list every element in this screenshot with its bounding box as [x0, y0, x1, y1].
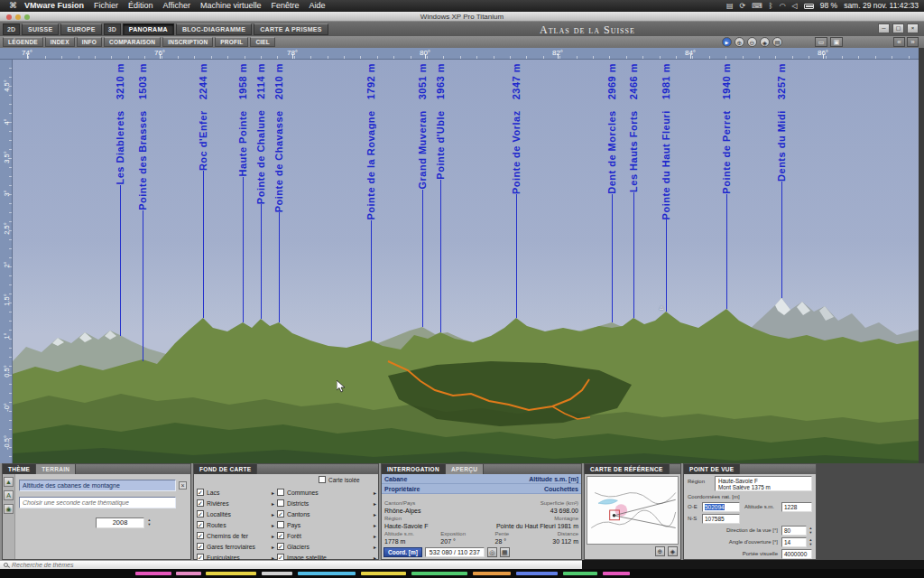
- pan-icon[interactable]: ◈: [760, 37, 770, 47]
- tab-fond-de-carte[interactable]: FOND DE CARTE: [194, 464, 257, 474]
- layer-options-icon[interactable]: ▸: [374, 533, 376, 539]
- grid-icon[interactable]: ▦: [500, 547, 510, 557]
- tab-carte-a-prismes[interactable]: CARTE A PRISMES: [254, 23, 328, 35]
- tab-terrain[interactable]: TERRAIN: [36, 464, 76, 474]
- app-close-button[interactable]: ×: [907, 23, 919, 33]
- tab-carte-de-reference[interactable]: CARTE DE RÉFÉRENCE: [585, 464, 670, 474]
- layer-options-icon[interactable]: ▸: [374, 522, 376, 528]
- layer-options-icon[interactable]: ▸: [374, 500, 376, 507]
- print-icon[interactable]: ▤: [772, 37, 782, 47]
- taskbar-item[interactable]: [411, 572, 467, 575]
- menubar-item[interactable]: Édition: [128, 0, 153, 12]
- sync-icon[interactable]: ⟳: [740, 0, 746, 12]
- menubar-item[interactable]: VMware Fusion: [24, 0, 84, 12]
- angle-stepper[interactable]: ▴▾: [808, 537, 814, 547]
- year-field[interactable]: 2008: [96, 517, 144, 528]
- thematic-map-icon[interactable]: ▲: [4, 477, 14, 487]
- oe-field[interactable]: 502094: [702, 502, 740, 512]
- map-zoom-icon[interactable]: ⊕: [655, 546, 665, 556]
- menubar-item[interactable]: Machine virtuelle: [200, 0, 262, 12]
- taskbar-item[interactable]: [176, 572, 201, 575]
- layer-options-icon[interactable]: ▸: [272, 500, 274, 507]
- taskbar-item[interactable]: [563, 572, 597, 575]
- collapse-left-icon[interactable]: «: [893, 37, 905, 47]
- taskbar-item[interactable]: [473, 572, 511, 575]
- carte-isolee-checkbox[interactable]: Carte isolée: [319, 476, 360, 483]
- taskbar-item[interactable]: [361, 572, 406, 575]
- layer-options-icon[interactable]: ▸: [374, 544, 376, 550]
- tab-theme[interactable]: THÈME: [3, 464, 36, 474]
- layer-options-icon[interactable]: ▸: [272, 533, 274, 539]
- direction-stepper[interactable]: ▴▾: [808, 526, 814, 536]
- taskbar-item[interactable]: [603, 572, 630, 575]
- tab-2d[interactable]: 2D: [3, 23, 20, 35]
- checkbox-checked[interactable]: ✓: [277, 532, 284, 539]
- toolbar-button-inscription[interactable]: INSCRIPTION: [162, 37, 213, 47]
- angle-field[interactable]: 14: [781, 537, 807, 547]
- taskbar-item[interactable]: [516, 572, 558, 575]
- zoom-out-icon[interactable]: ⊖: [747, 37, 757, 47]
- apple-menu-icon[interactable]: ⌘: [9, 0, 17, 12]
- menubar-item[interactable]: Fenêtre: [271, 0, 299, 12]
- search-field[interactable]: Recherche de thèmes: [0, 560, 582, 569]
- coord-button[interactable]: Coord. [m]: [383, 547, 422, 557]
- map-pan-icon[interactable]: ◈: [668, 546, 678, 556]
- direction-field[interactable]: 80: [781, 526, 807, 536]
- theme-primary-select[interactable]: Altitude des cabanes de montagne: [19, 480, 176, 491]
- layer-options-icon[interactable]: ▸: [272, 511, 274, 517]
- orientation-icon[interactable]: ▶: [722, 37, 732, 47]
- layout-split-icon[interactable]: ▣: [830, 37, 843, 47]
- tab-apercu[interactable]: APERÇU: [446, 464, 484, 474]
- taskbar-item[interactable]: [262, 572, 292, 575]
- tab-europe[interactable]: EUROPE: [60, 23, 101, 35]
- menubar-item[interactable]: Fichier: [94, 0, 118, 12]
- toolbar-button-index[interactable]: INDEX: [45, 37, 75, 47]
- window-zoom-button[interactable]: [24, 14, 30, 20]
- layer-options-icon[interactable]: ▸: [374, 511, 376, 517]
- toolbar-button-ciel[interactable]: CIEL: [250, 37, 275, 47]
- taskbar-item[interactable]: [298, 572, 356, 575]
- tab-bloc-diagramme[interactable]: BLOC-DIAGRAMME: [176, 23, 252, 35]
- toolbar-button-comparaison[interactable]: COMPARAISON: [104, 37, 161, 47]
- stepper-down-icon[interactable]: ▾: [146, 522, 152, 527]
- ns-field[interactable]: 107585: [702, 514, 740, 524]
- app-minimize-button[interactable]: ─: [878, 23, 890, 33]
- wifi-icon[interactable]: ◠: [780, 0, 786, 12]
- checkbox-checked[interactable]: ✓: [197, 489, 204, 496]
- bluetooth-icon[interactable]: ᛒ: [769, 0, 773, 12]
- checkbox-checked[interactable]: ✓: [277, 510, 284, 517]
- layer-options-icon[interactable]: ▸: [272, 544, 274, 550]
- layer-options-icon[interactable]: ▸: [272, 522, 274, 528]
- collapse-right-icon[interactable]: »: [907, 37, 919, 47]
- checkbox-checked[interactable]: ✓: [197, 510, 204, 517]
- toolbar-button-profil[interactable]: PROFIL: [215, 37, 248, 47]
- theme-secondary-select[interactable]: Choisir une seconde carte thématique: [19, 497, 176, 508]
- vm-window-titlebar[interactable]: Windows XP Pro Titanium: [0, 12, 924, 22]
- checkbox-checked[interactable]: ✓: [197, 521, 204, 528]
- app-maximize-button[interactable]: ▢: [892, 23, 904, 33]
- checkbox-checked[interactable]: ✓: [197, 499, 204, 507]
- target-icon[interactable]: ◎: [487, 547, 497, 557]
- zoom-in-icon[interactable]: ⊕: [735, 37, 744, 47]
- menubar-clock[interactable]: sam. 29 nov. 11:42:33: [844, 0, 919, 12]
- layout-window-icon[interactable]: ▭: [815, 37, 827, 47]
- clear-theme-icon[interactable]: ×: [179, 481, 187, 489]
- displays-icon[interactable]: ▤: [726, 0, 734, 12]
- checkbox-checked[interactable]: ✓: [277, 543, 284, 550]
- year-stepper[interactable]: ▴ ▾: [146, 517, 152, 528]
- region-select[interactable]: Haute-Savoie F Mont Salève 1375 m: [715, 476, 812, 491]
- tab-3d[interactable]: 3D: [104, 23, 121, 35]
- range-field[interactable]: 4000000: [781, 549, 812, 559]
- menubar-item[interactable]: Afficher: [163, 0, 190, 12]
- tab-interrogation[interactable]: INTERROGATION: [382, 464, 446, 474]
- checkbox-unchecked[interactable]: [277, 489, 284, 496]
- toolbar-button-légende[interactable]: LÉGENDE: [3, 37, 43, 47]
- tab-suisse[interactable]: SUISSE: [22, 23, 59, 35]
- altitude-field[interactable]: 1228: [781, 502, 812, 512]
- tab-panorama[interactable]: PANORAMA: [123, 23, 174, 35]
- checkbox-unchecked[interactable]: [277, 521, 284, 528]
- keyboard-icon[interactable]: ⌨: [752, 0, 762, 12]
- layer-options-icon[interactable]: ▸: [374, 489, 376, 496]
- volume-icon[interactable]: ◁: [792, 0, 798, 12]
- layer-options-icon[interactable]: ▸: [272, 489, 274, 496]
